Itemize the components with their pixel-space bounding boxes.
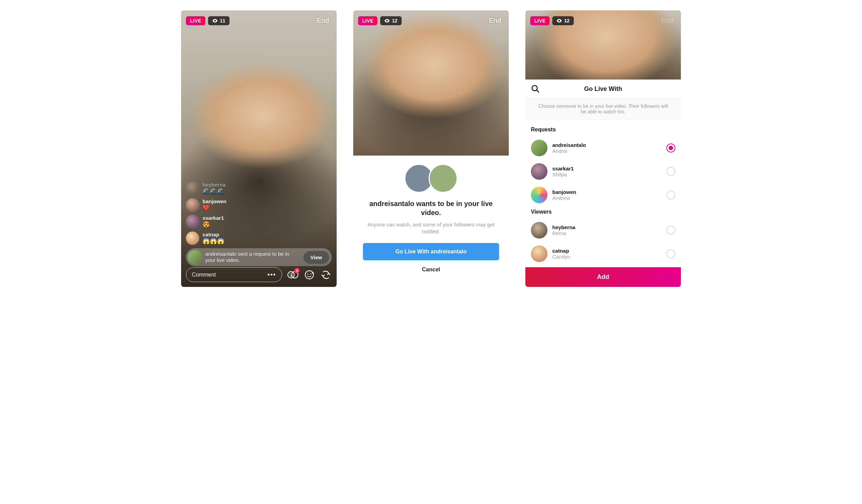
- svg-point-5: [307, 273, 308, 274]
- avatar[interactable]: [186, 215, 199, 228]
- live-badge: LIVE: [186, 16, 205, 25]
- viewer-count: 12: [564, 18, 570, 24]
- comment-row: catnap 😱😱😱: [186, 232, 332, 245]
- comment-input[interactable]: Comment •••: [186, 267, 282, 282]
- go-live-with-sheet: Go Live With Choose someone to be in you…: [525, 80, 681, 287]
- avatar: [531, 140, 547, 156]
- live-video-background: [353, 10, 509, 156]
- avatar: [531, 245, 547, 262]
- select-radio[interactable]: [666, 143, 675, 152]
- select-radio[interactable]: [666, 249, 675, 258]
- fullname: Shilpa: [552, 171, 662, 177]
- eye-icon: [556, 19, 562, 23]
- select-radio[interactable]: [666, 226, 675, 235]
- cancel-button[interactable]: Cancel: [422, 267, 440, 273]
- live-topbar: LIVE 12 End: [525, 10, 681, 26]
- end-live-button[interactable]: End: [314, 15, 332, 26]
- svg-point-2: [290, 273, 291, 274]
- avatar[interactable]: [186, 232, 199, 245]
- comment-row: ssarkar1 😍: [186, 215, 332, 228]
- eye-icon: [384, 19, 390, 23]
- avatar[interactable]: [186, 198, 199, 212]
- comment-placeholder: Comment: [192, 272, 216, 278]
- fullname: Andrei: [552, 148, 662, 154]
- section-header-requests: Requests: [531, 127, 675, 133]
- view-request-button[interactable]: View: [303, 251, 329, 264]
- helper-text: Choose someone to be in your live video.…: [525, 99, 681, 120]
- select-radio[interactable]: [666, 190, 675, 199]
- go-live-with-button[interactable]: Go Live With andreisantalo: [363, 243, 499, 260]
- sheet-title: Go Live With: [531, 85, 675, 93]
- guest-avatar: [429, 164, 458, 193]
- section-header-viewers: Viewers: [531, 209, 675, 215]
- end-live-button[interactable]: End: [658, 15, 676, 26]
- request-title: andreisantalo wants to be in your live v…: [363, 199, 499, 217]
- avatar: [531, 222, 547, 239]
- viewer-count-badge[interactable]: 12: [552, 16, 574, 25]
- user-row[interactable]: catnap Carolyn: [531, 242, 675, 265]
- username: andreisantalo: [552, 142, 662, 148]
- avatar[interactable]: [186, 182, 199, 195]
- request-sheet: andreisantalo wants to be in your live v…: [353, 156, 509, 287]
- fullname: Andrew: [552, 195, 662, 201]
- fullname: Carolyn: [552, 254, 662, 260]
- comment-body: ❤️: [203, 204, 226, 212]
- username: banjowen: [552, 189, 662, 195]
- avatar: [531, 163, 547, 180]
- add-guest-icon[interactable]: 3: [287, 269, 299, 281]
- svg-point-4: [305, 271, 313, 279]
- comment-body: 🌊🌊🌊: [203, 188, 226, 195]
- phone-screen-go-live-with-list: LIVE 12 End Go Live With Choose someone …: [525, 10, 681, 287]
- live-badge: LIVE: [358, 16, 377, 25]
- phone-screen-request-prompt: LIVE 12 End andreisantalo wants to be in…: [353, 10, 509, 287]
- live-topbar: LIVE 12 End: [353, 10, 509, 26]
- comment-username[interactable]: heyberna: [203, 182, 226, 188]
- user-list[interactable]: Requests andreisantalo Andrei ssarkar1 S…: [525, 120, 681, 267]
- avatar-pair: [404, 164, 458, 193]
- fullname: Berna: [552, 230, 662, 236]
- comment-row: heyberna 🌊🌊🌊: [186, 182, 332, 195]
- live-topbar: LIVE 11 End: [181, 10, 337, 26]
- requests-count-badge: 3: [294, 268, 300, 273]
- user-row[interactable]: banjowen Andrew: [531, 183, 675, 207]
- svg-point-3: [291, 273, 292, 274]
- phone-screen-live-comments: LIVE 11 End heyberna 🌊🌊🌊 banjowen ❤️ ssa…: [181, 10, 337, 287]
- select-radio[interactable]: [666, 167, 675, 176]
- add-button[interactable]: Add: [525, 267, 681, 287]
- viewer-count: 11: [220, 18, 225, 24]
- comment-username[interactable]: catnap: [203, 232, 224, 237]
- username: heyberna: [552, 224, 662, 230]
- user-row[interactable]: andreisantalo Andrei: [531, 136, 675, 160]
- comment-row: banjowen ❤️: [186, 198, 332, 212]
- sheet-header: Go Live With: [525, 80, 681, 99]
- end-live-button[interactable]: End: [486, 15, 504, 26]
- comment-username[interactable]: banjowen: [203, 198, 226, 204]
- face-filter-icon[interactable]: [303, 269, 315, 281]
- more-options-icon[interactable]: •••: [268, 271, 276, 278]
- comments-feed: heyberna 🌊🌊🌊 banjowen ❤️ ssarkar1 😍 catn…: [181, 182, 337, 266]
- comment-body: 😍: [203, 221, 224, 228]
- switch-camera-icon[interactable]: [320, 269, 332, 281]
- username: ssarkar1: [552, 166, 662, 171]
- viewer-count: 12: [392, 18, 397, 24]
- svg-point-6: [310, 273, 311, 274]
- live-badge: LIVE: [530, 16, 550, 25]
- live-bottombar: Comment ••• 3: [181, 264, 337, 287]
- avatar: [188, 250, 202, 264]
- user-row[interactable]: heyberna Berna: [531, 218, 675, 242]
- comment-username[interactable]: ssarkar1: [203, 215, 224, 221]
- user-row[interactable]: ssarkar1 Shilpa: [531, 160, 675, 183]
- svg-point-0: [288, 271, 294, 278]
- avatar: [531, 187, 547, 203]
- username: catnap: [552, 248, 662, 254]
- viewer-count-badge[interactable]: 12: [380, 16, 402, 25]
- eye-icon: [212, 19, 218, 23]
- join-request-text: andreisantalo sent a request to be in yo…: [205, 251, 300, 263]
- viewer-count-badge[interactable]: 11: [208, 16, 229, 25]
- request-subtitle: Anyone can watch, and some of your follo…: [363, 221, 499, 235]
- comment-body: 😱😱😱: [203, 237, 224, 245]
